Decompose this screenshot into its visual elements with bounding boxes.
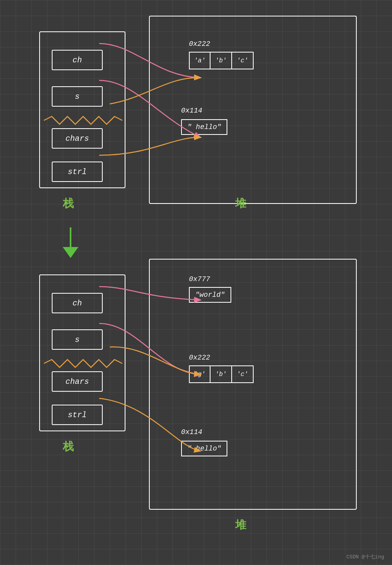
diagram1: ch s chars strl 0x222 'a' 'b' 'c' 0x114 … [24, 16, 361, 220]
heap-box-1: 0x222 'a' 'b' 'c' 0x114 " hello" [149, 16, 357, 204]
mem-cell-b: 'b' [211, 52, 232, 69]
mem-cell-c: 'c' [232, 52, 254, 69]
watermark: CSDN @十七ing [347, 553, 384, 560]
string-hello-2: " hello" [181, 441, 227, 456]
addr-0x222-1: 0x222 [189, 40, 210, 48]
string-hello-1: " hello" [181, 119, 227, 135]
var-s-1: s [52, 86, 103, 107]
stack-label-1: 栈 [63, 196, 74, 211]
heap-label-2: 堆 [235, 518, 246, 532]
stack-label-2: 栈 [63, 439, 74, 454]
stack-box-1: ch s chars strl [39, 31, 125, 188]
mem-cell-c2: 'c' [232, 365, 254, 383]
mem-cells-0x222-1: 'a' 'b' 'c' [189, 52, 254, 69]
addr-0x777: 0x777 [189, 275, 210, 283]
down-arrow [59, 227, 90, 255]
var-strl-1: strl [52, 162, 103, 182]
var-chars-2: chars [52, 371, 103, 392]
squiggle-1 [40, 114, 126, 126]
var-chars-1: chars [52, 128, 103, 149]
addr-0x222-2: 0x222 [189, 354, 210, 362]
svg-marker-1 [63, 247, 78, 258]
var-strl-2: strl [52, 405, 103, 425]
string-world: "world" [189, 287, 231, 303]
mem-cell-a: 'a' [189, 52, 211, 69]
var-ch-1: ch [52, 50, 103, 70]
stack-box-2: ch s chars strl [39, 274, 125, 431]
mem-cell-g: 'g' [189, 365, 211, 383]
diagram2: ch s chars strl 0x777 "world" 0x222 'g' … [24, 259, 361, 545]
heap-box-2: 0x777 "world" 0x222 'g' 'b' 'c' 0x114 " … [149, 259, 357, 510]
var-ch-2: ch [52, 293, 103, 313]
mem-cells-0x222-2: 'g' 'b' 'c' [189, 365, 254, 383]
addr-0x114-2: 0x114 [181, 428, 202, 436]
squiggle-2 [40, 358, 126, 369]
addr-0x114-1: 0x114 [181, 107, 202, 114]
heap-label-1: 堆 [235, 196, 246, 211]
var-s-2: s [52, 329, 103, 350]
mem-cell-b2: 'b' [211, 365, 232, 383]
